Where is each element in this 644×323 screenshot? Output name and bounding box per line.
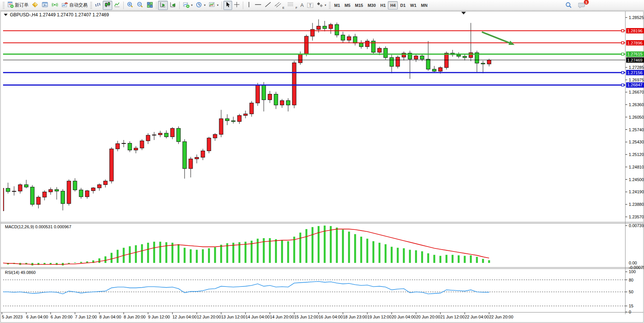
auto-scroll-button[interactable] [158,1,168,10]
candle-body [6,188,10,191]
chevron-down-icon: ▾ [217,3,218,7]
time-tick-label: 12 Jun 04:00 [172,315,197,319]
timeframe-w1-button[interactable]: W1 [408,1,419,10]
price-tick-label: 1.26975 [629,78,644,82]
line-anchor-square [622,53,624,55]
timeframe-m30-button[interactable]: M30 [365,1,378,10]
trendline-tool-button[interactable] [263,1,273,10]
candle-body [256,85,260,103]
indicators-button[interactable]: ▾ [181,1,194,10]
timeframe-d1-button[interactable]: D1 [398,1,408,10]
candle-body [323,26,327,29]
rsi-tick-label: 15 [629,304,633,308]
search-button[interactable] [564,1,574,10]
candle-body [104,181,107,185]
chart-window-icon [41,2,48,9]
time-tick-label: 22 Jun 20:00 [489,315,513,319]
candle-body [183,142,187,169]
bar-chart-button[interactable] [93,1,103,10]
time-tick-label: 18 Jun 23:00 [343,315,367,319]
candle-body [457,55,461,56]
templates-button[interactable]: ▾ [207,1,220,10]
templates-icon [209,2,215,9]
timeframe-h1-button[interactable]: H1 [378,1,388,10]
zoom-out-icon [137,2,143,9]
candle-body [189,159,193,169]
line-anchor-square [622,42,624,44]
toolbar-separator [222,2,222,9]
candlestick-chart-icon [104,2,111,9]
cursor-button[interactable] [223,1,232,10]
timeframe-m15-button[interactable]: M15 [353,1,365,10]
horizontal-line-tool-button[interactable] [253,1,263,10]
price-level-badge-label: 1.28196 [627,29,642,33]
svg-text:T: T [309,3,311,8]
candle-body [122,143,126,143]
zoom-out-button[interactable] [135,1,145,10]
timeframe-mn-button[interactable]: MN [419,1,430,10]
line-chart-button[interactable] [112,1,122,10]
candle-body [244,114,247,115]
auto-trading-button[interactable]: 自动交易 [60,1,89,10]
candle-body [335,25,339,35]
horizontal-line-icon [255,2,261,9]
toolbar-grip[interactable] [3,2,5,9]
candle-body [231,121,235,121]
candle-body [219,119,223,134]
candle-body [201,151,205,158]
candle-body [55,189,59,191]
candle-body [146,135,150,141]
toolbar-grip[interactable] [329,2,331,9]
candle-body [225,119,229,121]
price-chart-canvas[interactable]: 1.281961.278961.276151.271561.268471.274… [0,11,644,323]
chevron-down-icon: ▾ [325,3,326,7]
zoom-in-button[interactable] [125,1,135,10]
new-order-button[interactable]: 新订单 [6,1,30,10]
text-tool-button[interactable]: A [299,1,305,10]
time-tick-label: 14 Jun 20:00 [270,315,294,319]
chart-window-button[interactable] [40,1,50,10]
tile-windows-button[interactable] [145,1,155,10]
candle-body [116,144,120,149]
text-label-tool-button[interactable]: T [305,1,315,10]
channel-tool-button[interactable]: E [273,1,286,10]
line-anchor-square [622,72,624,74]
price-tick-label: 1.24190 [629,189,644,194]
vertical-line-tool-button[interactable] [245,1,253,10]
candle-body [341,35,345,40]
signals-button[interactable] [50,1,60,10]
fibonacci-tool-button[interactable]: F [286,1,299,10]
timeframe-m5-button[interactable]: M5 [342,1,352,10]
time-tick-label: 22 Jun 04:00 [465,315,489,319]
chart-shift-button[interactable] [168,1,178,10]
crosshair-button[interactable] [232,1,241,10]
price-level-badge-label: 1.26847 [627,83,642,87]
timeframe-h4-button[interactable]: H4 [388,1,398,10]
chevron-down-icon: ▾ [204,3,206,7]
time-tick-label: 19 Jun 12:00 [367,315,392,319]
candle-body [304,36,308,54]
trendline-icon [265,2,271,9]
timeframe-m1-button[interactable]: M1 [332,1,342,10]
time-tick-label: 13 Jun 12:00 [221,315,245,319]
candlestick-chart-button[interactable] [103,1,112,10]
metaeditor-button[interactable] [30,1,40,10]
line-anchor-square [622,30,624,32]
candle-body [37,197,40,204]
main-toolbar: 新订单 自动交易 [0,0,644,11]
candle-body [43,192,46,197]
chart-window[interactable]: 1.281961.278961.276151.271561.268471.274… [0,11,644,323]
macd-label: MACD(12,26,9) 0.000531 0.000967 [5,224,71,229]
time-tick-label: 15 Jun 12:00 [294,315,319,319]
periods-button[interactable]: ▾ [194,1,207,10]
candle-body [213,134,217,138]
arrows-tool-button[interactable]: ▾ [315,1,328,10]
search-icon [565,2,572,10]
candle-body [445,53,448,68]
notifications-button[interactable]: 1 [577,1,587,10]
candle-body [207,138,211,151]
toolbar-grip[interactable] [90,2,92,9]
current-price-badge-label: 1.27469 [627,58,642,62]
candle-body [353,37,357,43]
price-tick-label: 1.26050 [629,115,644,119]
